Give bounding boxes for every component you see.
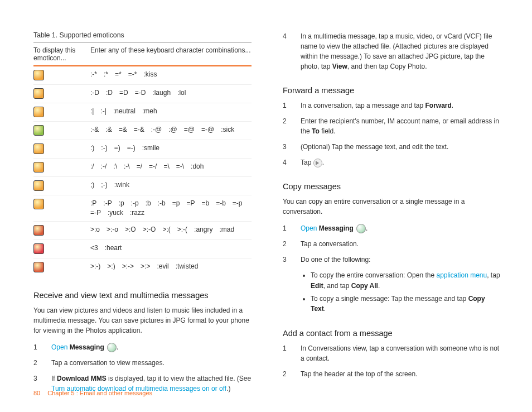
table-row: :-D:D=D=-D:laugh:lol (33, 84, 252, 103)
emoticon-code: =@ (184, 125, 195, 135)
emoticon-code: :/ (90, 162, 94, 171)
emoticon-cell (33, 180, 90, 191)
emoticon-code: =& (119, 125, 127, 135)
list-item: To copy the entire conversation: Open th… (311, 270, 501, 291)
right-column: 4 In a multimedia message, tap a music, … (283, 31, 501, 389)
emoticon-code: =P (186, 199, 195, 208)
emoticon-code: :-| (100, 107, 106, 116)
step-text: In a multimedia message, tap a music, vi… (301, 31, 501, 71)
left-column: Table 1. Supported emoticons To display … (33, 31, 252, 389)
emoticon-code: :razz (130, 208, 144, 218)
codes-cell: :-&:&=&=-&:-@:@=@=-@:sick (90, 125, 252, 135)
emoticon-cell (33, 70, 90, 80)
emoticon-code: :evil (157, 262, 168, 271)
emoticon-code: :-p (131, 199, 139, 208)
emoticon-code: :-& (90, 125, 99, 135)
emoticon-code: :doh (191, 162, 204, 171)
codes-cell: :/:-/:\:-\=/=-/=\=-\:doh (90, 162, 252, 171)
emoticon-icon (33, 225, 44, 236)
open-link[interactable]: Open (301, 224, 317, 232)
emoticon-code: >:o (90, 225, 100, 234)
emoticon-code: ;) (90, 180, 94, 190)
emoticon-code: >:) (107, 262, 115, 271)
codes-cell: :):-)=)=-):smile (90, 143, 252, 153)
section-forward-title: Forward a message (283, 86, 501, 95)
emoticon-code: :mad (219, 225, 234, 234)
emoticon-code: :smile (142, 143, 159, 153)
codes-cell: :-D:D=D=-D:laugh:lol (90, 88, 252, 98)
codes-cell: :-*:*=*=-*:kiss (90, 70, 252, 79)
emoticon-code: :-b (158, 199, 166, 208)
page-footer: 80 Chapter 5 : Email and other messages (33, 390, 152, 396)
codes-cell: :|:-|:neutral:meh (90, 107, 252, 116)
emoticon-code: =p (172, 199, 180, 208)
emoticon-code: :@ (168, 125, 177, 135)
emoticon-code: >:-) (90, 262, 100, 271)
emoticon-code: =-& (134, 125, 144, 135)
section-receive-title: Receive and view text and multimedia mes… (33, 291, 252, 300)
codes-cell: <3:heart (90, 243, 252, 253)
table-row: :-&:&=&=-&:-@:@=@=-@:sick (33, 121, 252, 140)
emoticon-code: :p (119, 199, 124, 208)
emoticon-code: :| (90, 107, 94, 116)
table-row: ;);-):wink (33, 176, 252, 195)
step-number: 4 (283, 31, 301, 71)
emoticon-icon (33, 125, 44, 136)
emoticon-code: =) (114, 143, 120, 153)
emoticon-code: :-/ (101, 162, 107, 171)
emoticon-code: :b (146, 199, 151, 208)
emoticon-code: :-\ (124, 162, 130, 171)
emoticon-icon (33, 180, 44, 191)
table-row: :-*:*=*=-*:kiss (33, 66, 252, 84)
emoticon-icon (33, 199, 44, 209)
section-add-title: Add a contact from a message (283, 329, 501, 338)
emoticon-code: :heart (105, 243, 122, 253)
emoticon-code: =D (119, 88, 128, 98)
emoticon-code: =-\ (176, 162, 184, 171)
emoticon-code: =-/ (149, 162, 157, 171)
emoticon-code: >:-> (122, 262, 134, 271)
open-link[interactable]: Open (51, 343, 67, 351)
emoticon-code: :lol (177, 88, 186, 98)
emoticon-code: =-P (90, 208, 101, 218)
emoticon-icon (33, 243, 44, 254)
emoticon-code: >:-O (143, 225, 156, 234)
emoticon-code: =/ (137, 162, 142, 171)
table-row: :|:-|:neutral:meh (33, 103, 252, 121)
emoticon-icon (33, 70, 44, 80)
emoticon-code: :& (105, 125, 112, 135)
codes-cell: ;);-):wink (90, 180, 252, 190)
table-row: >:-)>:)>:->>:>:evil:twisted (33, 258, 252, 276)
page-number: 80 (33, 390, 40, 396)
emoticon-code: :angry (194, 225, 212, 234)
emoticon-icon (33, 262, 44, 272)
receive-steps: 1 Open Messaging . 2 Tap a conversation … (33, 342, 252, 394)
emoticon-code: =* (115, 70, 122, 79)
app-menu-link[interactable]: application menu (436, 271, 487, 279)
emoticon-icon (33, 107, 44, 117)
emoticon-code: :kiss (143, 70, 157, 79)
emoticon-code: :-* (90, 70, 97, 79)
emoticon-code: :) (90, 143, 94, 153)
emoticon-cell (33, 125, 90, 136)
emoticon-cell (33, 143, 90, 154)
table-row: :P:-P:p:-p:b:-b=p=P=b=-b=-p=-P:yuck:razz (33, 195, 252, 221)
step-number: 2 (33, 358, 51, 368)
emoticon-code: =-b (216, 199, 226, 208)
emoticon-code: :\ (113, 162, 117, 171)
step-text: Open Messaging . (51, 342, 252, 352)
emoticon-cell (33, 107, 90, 117)
emoticon-code: :meh (142, 107, 157, 116)
step-number: 1 (33, 342, 51, 352)
emoticon-code: =\ (163, 162, 169, 171)
table-row: :):-)=)=-):smile (33, 140, 252, 158)
emoticon-code: :* (104, 70, 108, 79)
table-row: >:o>:-o>:O>:-O>:(>:-(:angry:mad (33, 221, 252, 239)
emoticon-code: =-* (128, 70, 137, 79)
emoticon-code: =-p (233, 199, 243, 208)
emoticon-code: ;-) (101, 180, 107, 190)
add-steps: 1In Conversations view, tap a conversati… (283, 343, 501, 379)
emoticon-code: :sick (221, 125, 234, 135)
table-header: To display this emoticon... Enter any of… (33, 42, 252, 66)
emoticon-code: :wink (114, 180, 129, 190)
